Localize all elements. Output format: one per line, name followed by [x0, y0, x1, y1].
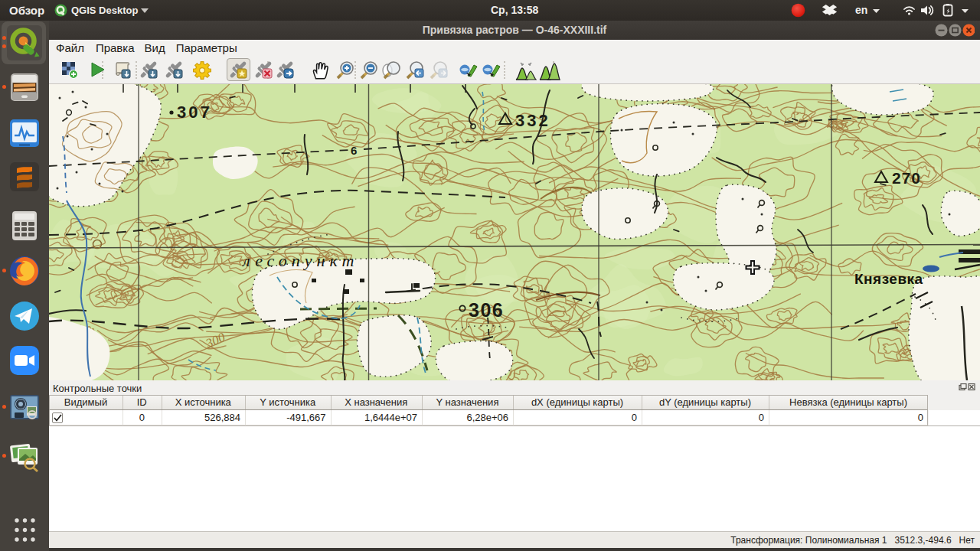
svg-text:306: 306: [469, 299, 504, 321]
svg-text:270: 270: [892, 169, 921, 187]
svg-text:332: 332: [515, 111, 550, 130]
svg-text:6: 6: [351, 144, 357, 157]
svg-text:Князевка: Князевка: [854, 271, 923, 287]
svg-text:307: 307: [177, 103, 212, 122]
svg-text:лесопункт: лесопункт: [241, 251, 358, 270]
